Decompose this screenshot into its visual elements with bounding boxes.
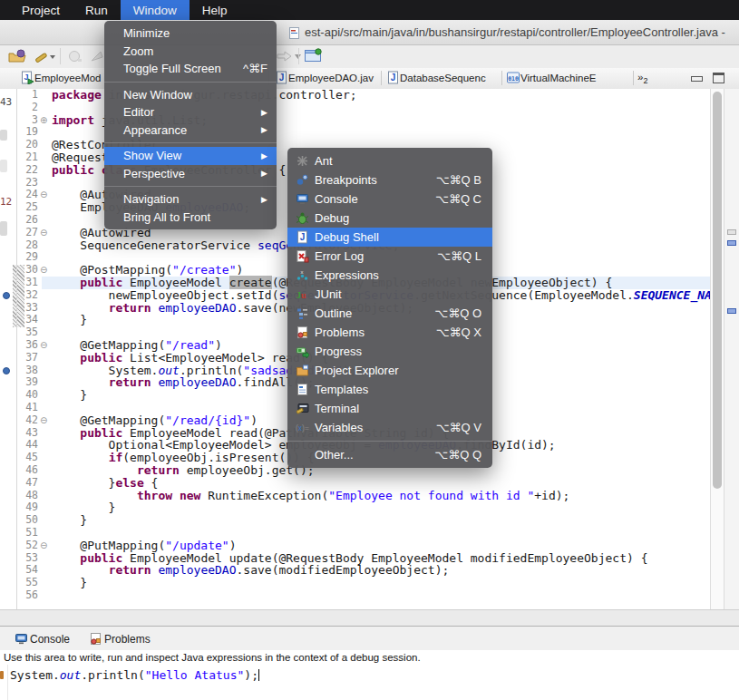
line-number: 53 (7, 552, 38, 565)
menu-item-variables[interactable]: (x)=Variables⌥⌘Q V (287, 418, 492, 437)
menu-item-progress[interactable]: Progress (287, 342, 492, 361)
menubar-item-window[interactable]: Window (121, 0, 190, 20)
overview-breakpoint-marker[interactable] (727, 240, 736, 246)
menu-item-label: Minimize (123, 26, 170, 40)
line-number: 39 (7, 376, 38, 389)
editor-left-divider (16, 89, 17, 609)
panel-sash[interactable] (0, 609, 739, 627)
line-number: 41 (7, 402, 38, 414)
fold-collapse-icon[interactable]: ⊖ (40, 189, 51, 201)
scrollbar-thumb[interactable] (713, 92, 722, 489)
code-text: @GetMapping("/read/{id}") (52, 414, 258, 427)
overview-breakpoint-marker[interactable] (727, 308, 736, 314)
menu-item-navigation[interactable]: Navigation▶ (104, 190, 277, 209)
fold-collapse-icon[interactable]: ⊖ (40, 339, 51, 352)
jfile-icon: J (385, 71, 400, 84)
code-line-50: 50 } (0, 514, 710, 527)
editor-scrollbar[interactable] (710, 89, 724, 609)
code-line-55: 55 } (0, 577, 710, 589)
breakpoints-icon (295, 173, 309, 187)
svg-text:J: J (299, 232, 305, 242)
margin-fragment: 43 (0, 96, 12, 108)
svg-text:(x)=: (x)= (296, 423, 309, 433)
pin-editor-icon[interactable] (304, 48, 324, 68)
menu-item-shortcut: ⌥⌘Q B (436, 173, 481, 187)
menu-item-project-explorer[interactable]: Project Explorer (287, 361, 492, 380)
menu-item-label: Show View (123, 149, 181, 162)
code-line-54: 54 return employeeDAO.save(modifiedEmplo… (0, 564, 710, 577)
menu-item-junit[interactable]: JuJUnit (287, 285, 492, 304)
tab-overflow-chevron[interactable]: »2 (637, 72, 647, 85)
menu-item-new-window[interactable]: New Window (104, 86, 277, 104)
menu-item-perspective[interactable]: Perspective▶ (104, 165, 277, 183)
menu-item-minimize[interactable]: Minimize (104, 24, 277, 43)
line-number: 46 (7, 464, 38, 477)
code-text: } (52, 501, 115, 514)
fold-collapse-icon[interactable]: ⊖ (40, 540, 51, 552)
menubar-item-project[interactable]: Project (9, 0, 73, 20)
submenu-arrow-icon: ▶ (261, 125, 267, 134)
fold-expand-icon[interactable]: ⊕ (40, 114, 51, 127)
debug-shell-editor[interactable]: System.out.println("Hello Atatus"); (0, 665, 739, 700)
line-number: 56 (7, 589, 38, 602)
line-number: 42 (7, 414, 38, 427)
menu-item-shortcut: ^⌘F (243, 62, 267, 75)
line-number: 52 (7, 540, 38, 552)
annotate-pen-icon[interactable] (33, 48, 56, 68)
line-number: 23 (7, 177, 38, 190)
line-number: 54 (7, 564, 38, 577)
menu-item-ant[interactable]: Ant (287, 151, 492, 170)
open-folder-icon[interactable] (7, 48, 27, 68)
menubar-item-help[interactable]: Help (190, 0, 240, 20)
menu-item-debug-shell[interactable]: JDebug Shell (287, 228, 492, 247)
code-text: @PutMapping("/update") (52, 540, 237, 552)
fold-collapse-icon[interactable]: ⊖ (40, 227, 51, 239)
fold-collapse-icon[interactable]: ⊖ (40, 414, 51, 427)
line-number: 38 (7, 365, 38, 377)
svg-text:010: 010 (508, 75, 519, 83)
progress-icon (295, 345, 309, 358)
tab-separator (501, 71, 502, 85)
menu-item-label: Progress (315, 345, 362, 358)
menu-item-zoom[interactable]: Zoom (104, 43, 277, 61)
menu-item-editor[interactable]: Editor▶ (104, 103, 277, 122)
overview-ruler[interactable] (724, 89, 739, 609)
editor-tab-label: VirtualMachineE (520, 73, 597, 83)
menu-item-templates[interactable]: Templates (287, 380, 492, 399)
menu-item-shortcut: ⌥⌘Q L (437, 249, 481, 263)
maximize-view-button[interactable] (713, 73, 724, 83)
margin-band (0, 160, 7, 172)
menu-item-expressions[interactable]: xExpressions (287, 266, 492, 285)
line-number: 28 (7, 239, 38, 252)
templates-icon (295, 383, 309, 396)
code-text: @GetMapping("/read") (52, 339, 222, 352)
minimize-view-button[interactable] (691, 76, 703, 82)
margin-band (0, 221, 7, 236)
svg-text:J: J (390, 73, 395, 83)
menu-item-console[interactable]: Console⌥⌘Q C (287, 190, 492, 209)
menu-item-show-view[interactable]: Show View▶ (104, 147, 277, 165)
menu-item-debug[interactable]: Debug (287, 209, 492, 228)
menu-item-appearance[interactable]: Appearance▶ (104, 122, 277, 140)
menu-item-problems[interactable]: Problems⌥⌘Q X (287, 323, 492, 342)
overview-occurrence-marker[interactable] (727, 229, 736, 235)
menu-item-terminal[interactable]: Terminal (287, 399, 492, 418)
menu-item-error-log[interactable]: Error Log⌥⌘Q L (287, 247, 492, 266)
code-line-53: 53 public EmployeeModel update(@RequestB… (0, 552, 710, 565)
shell-expression[interactable]: System.out.println("Hello Atatus"); (10, 668, 259, 682)
menu-item-shortcut: ⌥⌘Q V (436, 421, 481, 434)
margin-band (0, 130, 7, 141)
menubar-item-run[interactable]: Run (73, 0, 121, 20)
menu-item-toggle-full-screen[interactable]: Toggle Full Screen^⌘F (104, 60, 277, 78)
menu-item-bring-all-to-front[interactable]: Bring All to Front (104, 209, 277, 227)
tab-separator (381, 71, 382, 85)
code-text: } (52, 389, 87, 402)
fold-collapse-icon[interactable]: ⊖ (40, 264, 51, 277)
menu-item-outline[interactable]: Outline⌥⌘Q O (287, 304, 492, 323)
code-text: } (52, 514, 87, 527)
line-number: 19 (7, 126, 38, 139)
menu-item-breakpoints[interactable]: Breakpoints⌥⌘Q B (287, 170, 492, 190)
line-number: 43 (7, 427, 38, 440)
menu-item-other[interactable]: Other...⌥⌘Q Q (287, 445, 492, 464)
code-text: throw new RuntimeException("Employee not… (52, 490, 569, 502)
